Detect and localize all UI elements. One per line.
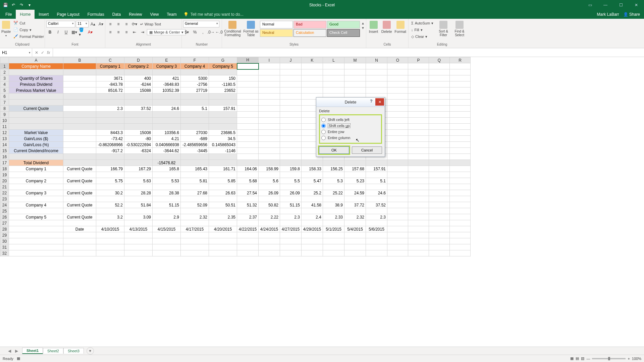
cell-N26[interactable]: 2.3 <box>366 214 387 220</box>
cell-E13[interactable]: 4.21 <box>153 136 181 142</box>
col-header-A[interactable]: A <box>9 57 63 63</box>
radio-shift-left[interactable]: Shift cells left <box>321 117 380 123</box>
cell-L26[interactable]: 2.33 <box>323 214 344 220</box>
cell-Q29[interactable] <box>429 232 450 238</box>
cell-N21[interactable] <box>366 184 387 190</box>
number-format-select[interactable]: General <box>183 21 219 27</box>
cell-M31[interactable] <box>344 244 366 250</box>
cell-G3[interactable]: 150 <box>209 75 237 81</box>
cell-I12[interactable] <box>259 130 280 136</box>
cell-D15[interactable]: -6324 <box>124 148 153 154</box>
cell-I15[interactable] <box>259 148 280 154</box>
cell-R32[interactable] <box>450 250 471 256</box>
col-header-C[interactable]: C <box>96 57 124 63</box>
col-header-P[interactable]: P <box>408 57 429 63</box>
cell-J6[interactable] <box>280 94 302 100</box>
cell-J10[interactable] <box>280 118 302 124</box>
tab-insert[interactable]: Insert <box>35 10 53 19</box>
cell-Q3[interactable] <box>429 75 450 81</box>
cell-L2[interactable] <box>323 69 344 75</box>
cell-O22[interactable] <box>387 190 408 196</box>
row-header-3[interactable]: 3 <box>0 75 9 81</box>
cell-J7[interactable] <box>280 100 302 106</box>
cell-O16[interactable] <box>387 154 408 160</box>
cell-Q2[interactable] <box>429 69 450 75</box>
cell-A16[interactable] <box>9 154 63 160</box>
cell-N27[interactable] <box>366 220 387 226</box>
dialog-close-icon[interactable]: ✕ <box>375 98 384 106</box>
cell-I14[interactable] <box>259 142 280 148</box>
col-header-I[interactable]: I <box>259 57 280 63</box>
row-header-28[interactable]: 28 <box>0 226 9 232</box>
cell-P1[interactable] <box>408 63 429 69</box>
cell-Q21[interactable] <box>429 184 450 190</box>
cell-B13[interactable] <box>63 136 96 142</box>
row-header-26[interactable]: 26 <box>0 214 9 220</box>
cell-R24[interactable] <box>450 202 471 208</box>
cell-B29[interactable] <box>63 232 96 238</box>
cell-G30[interactable] <box>209 238 237 244</box>
merge-center-button[interactable]: ▦Merge & Center ▾ <box>147 29 186 35</box>
cell-C29[interactable] <box>96 232 124 238</box>
cell-O4[interactable] <box>387 81 408 87</box>
cell-P31[interactable] <box>408 244 429 250</box>
cell-M5[interactable] <box>344 87 366 94</box>
cell-I24[interactable]: 50.82 <box>259 202 280 208</box>
cell-M22[interactable]: 24.59 <box>344 190 366 196</box>
row-header-14[interactable]: 14 <box>0 142 9 148</box>
col-header-L[interactable]: L <box>323 57 344 63</box>
radio-entire-row[interactable]: Entire row <box>321 129 380 135</box>
cell-J12[interactable] <box>280 130 302 136</box>
format-painter-button[interactable]: 🖌️Format Painter <box>12 34 45 40</box>
cell-A1[interactable]: Company Name <box>9 63 63 69</box>
cell-B30[interactable] <box>63 238 96 244</box>
cell-D6[interactable] <box>124 94 153 100</box>
cell-G19[interactable] <box>209 172 237 178</box>
cell-F8[interactable]: 5.1 <box>181 106 209 112</box>
cell-Q6[interactable] <box>429 94 450 100</box>
borders-button[interactable]: ▦▾ <box>70 29 78 36</box>
cell-H23[interactable] <box>237 196 259 202</box>
cell-O2[interactable] <box>387 69 408 75</box>
cell-K29[interactable] <box>302 232 323 238</box>
cell-Q20[interactable] <box>429 178 450 184</box>
cell-R21[interactable] <box>450 184 471 190</box>
cell-C10[interactable] <box>96 118 124 124</box>
cell-H15[interactable] <box>237 148 259 154</box>
cell-N2[interactable] <box>366 69 387 75</box>
cell-A28[interactable] <box>9 226 63 232</box>
cell-R18[interactable] <box>450 166 471 172</box>
cell-D1[interactable]: Company 2 <box>124 63 153 69</box>
cell-G26[interactable]: 2.35 <box>209 214 237 220</box>
cell-P9[interactable] <box>408 112 429 118</box>
col-header-B[interactable]: B <box>63 57 96 63</box>
cell-G31[interactable] <box>209 244 237 250</box>
cell-J3[interactable] <box>280 75 302 81</box>
indent-dec-icon[interactable]: ⇤ <box>131 29 138 36</box>
cell-O13[interactable] <box>387 136 408 142</box>
cell-K5[interactable] <box>302 87 323 94</box>
cell-R17[interactable] <box>450 160 471 166</box>
cell-E21[interactable] <box>153 184 181 190</box>
cell-N3[interactable] <box>366 75 387 81</box>
cell-L17[interactable] <box>323 160 344 166</box>
cell-G10[interactable] <box>209 118 237 124</box>
cell-J2[interactable] <box>280 69 302 75</box>
cell-M25[interactable] <box>344 208 366 214</box>
cell-K26[interactable]: 2.4 <box>302 214 323 220</box>
cell-J5[interactable] <box>280 87 302 94</box>
cell-D29[interactable] <box>124 232 153 238</box>
cell-Q15[interactable] <box>429 148 450 154</box>
cell-N22[interactable]: 24.6 <box>366 190 387 196</box>
cell-J21[interactable] <box>280 184 302 190</box>
cell-H1[interactable] <box>237 63 259 69</box>
cell-K1[interactable] <box>302 63 323 69</box>
cell-E22[interactable]: 28.38 <box>153 190 181 196</box>
cell-P29[interactable] <box>408 232 429 238</box>
style-bad[interactable]: Bad <box>293 21 326 28</box>
cell-G21[interactable] <box>209 184 237 190</box>
cell-Q16[interactable] <box>429 154 450 160</box>
cell-J20[interactable]: 5.5 <box>280 178 302 184</box>
cell-F18[interactable]: 165.43 <box>181 166 209 172</box>
cell-H20[interactable]: 5.68 <box>237 178 259 184</box>
